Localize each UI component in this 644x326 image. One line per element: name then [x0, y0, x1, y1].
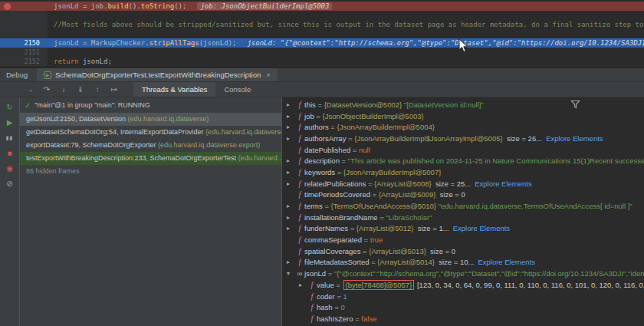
editor-line-breakpoint: jsonLd = job.build().toString();job: Jso… [0, 2, 644, 11]
field-icon: f [307, 303, 317, 311]
filter-icon[interactable] [570, 99, 580, 109]
breakpoint-icon[interactable] [4, 3, 11, 10]
var-row-timeperiodscovered[interactable]: ftimePeriodsCovered = {ArrayList@5009} s… [282, 189, 644, 201]
debugger-toolbar: → ↷ ↓ ⇓ ↑ ↦ Threads & Variables Console [0, 82, 644, 97]
resume-icon[interactable]: ▶ [7, 118, 13, 127]
field-icon: f [295, 112, 304, 120]
pause-icon[interactable]: ▮▮ [6, 133, 14, 142]
step-out-icon[interactable]: ↑ [90, 83, 104, 97]
var-row-keywords[interactable]: ▸fkeywords = {JsonArrayBuilderImpl@5007} [282, 166, 644, 178]
var-row-fundernames[interactable]: ▸ffunderNames = {ArrayList@5012} size = … [282, 223, 644, 235]
var-row-commaseparated[interactable]: fcommaSeparated = true [282, 234, 644, 245]
thread-status: "main"@1 in group "main": RUNNING [34, 101, 150, 109]
chevron-down-icon[interactable]: ▾ [287, 270, 295, 277]
var-row-job[interactable]: ▸fjob = {JsonObjectBuilderImpl@5003} [282, 110, 644, 122]
var-row-spatialcoverages[interactable]: fspatialCoverages = {ArrayList@5013} siz… [282, 245, 644, 257]
run-to-cursor-icon[interactable]: ↦ [107, 83, 121, 97]
field-icon: f [307, 281, 317, 289]
code-editor: jsonLd = job.build().toString();job: Jso… [0, 0, 644, 68]
field-icon: f [295, 235, 304, 244]
chevron-right-icon[interactable]: ▸ [287, 203, 295, 209]
field-icon: f [295, 213, 304, 222]
chevron-right-icon[interactable]: ▸ [287, 135, 295, 142]
thread-selector[interactable]: ✓ "main"@1 in group "main": RUNNING [20, 97, 281, 113]
chevron-right-icon[interactable]: ▸ [287, 180, 295, 187]
chevron-right-icon[interactable]: ▸ [287, 101, 295, 108]
var-row-value[interactable]: ▸fvalue = {byte[78488]@5057} [123, 0, 34… [282, 279, 644, 291]
field-icon: f [307, 292, 317, 301]
chevron-right-icon[interactable]: ▸ [287, 214, 295, 221]
field-icon: f [295, 179, 304, 188]
editor-line-comment: //Most fields above should be stripped/s… [0, 20, 644, 29]
var-row-installationbrandname[interactable]: ▸finstallationBrandName = "LibraScholar" [282, 212, 644, 223]
var-row-description[interactable]: ▸fdescription = "This article was publis… [282, 155, 644, 166]
var-row-authorsarray[interactable]: ▸fauthorsArray = {JsonArrayBuilderImpl$J… [282, 133, 644, 144]
chevron-right-icon[interactable]: ▸ [287, 225, 295, 232]
inline-debugger-hint: jsonLd: "{"@context":"http://schema.org"… [247, 39, 644, 47]
field-icon: f [295, 224, 304, 232]
line-number-current: 2150 [0, 38, 48, 48]
var-row-authors[interactable]: ▸fauthors = {JsonArrayBuilderImpl@5004} [282, 121, 644, 133]
var-row-hash[interactable]: fhash = 0 [282, 301, 644, 313]
editor-line-blank [0, 29, 644, 38]
stop-icon[interactable]: ■ [7, 149, 12, 157]
var-row-filemetadatassorted[interactable]: ▸ffileMetadatasSorted = {ArrayList@5014}… [282, 257, 644, 268]
watch-icon: ∞ [295, 269, 304, 278]
run-configuration-icon: ▶ [44, 71, 51, 79]
code-line[interactable]: jsonLd = MarkupChecker.stripAllTags(json… [48, 38, 644, 48]
debug-window-title: Debug [0, 68, 37, 81]
chevron-right-icon[interactable]: ▸ [299, 282, 307, 288]
var-row-hashiszero[interactable]: fhashIsZero = false [282, 313, 644, 324]
editor-line-execution: 2150 jsonLd = MarkupChecker.stripAllTags… [0, 38, 644, 48]
var-row-relatedpublications[interactable]: ▸frelatedPublications = {ArrayList@5008}… [282, 178, 644, 189]
debug-tool-window: Debug ▶ SchemaDotOrgExporterTest.testExp… [0, 68, 644, 326]
explore-elements-link[interactable]: Explore Elements [546, 134, 603, 143]
frame-row[interactable]: getDatasetSchemaDotOrg:54, InternalExpor… [20, 126, 281, 139]
var-row-coder[interactable]: fcoder = 1 [282, 291, 644, 302]
frames-panel: ✓ "main"@1 in group "main": RUNNING getJ… [20, 97, 282, 326]
tab-threads-variables[interactable]: Threads & Variables [133, 82, 215, 97]
editor-line-blank: 2151 [0, 48, 644, 57]
field-icon: f [295, 134, 304, 143]
chevron-right-icon[interactable]: ▸ [287, 123, 295, 130]
view-breakpoints-icon[interactable]: ◉ [6, 164, 13, 173]
field-icon: f [295, 258, 304, 266]
field-icon: f [295, 146, 304, 154]
rerun-icon[interactable]: ↻ [6, 103, 12, 111]
mute-breakpoints-icon[interactable]: ⊘ [6, 179, 12, 188]
code-line[interactable]: return jsonLd; [48, 57, 644, 66]
debug-session-tab[interactable]: ▶ SchemaDotOrgExporterTest.testExportWit… [37, 68, 278, 81]
chevron-right-icon[interactable]: ▸ [287, 169, 295, 176]
var-row-datepublished[interactable]: fdatePublished = null [282, 144, 644, 156]
editor-line-return: 2152return jsonLd; [0, 57, 644, 66]
debug-header: Debug ▶ SchemaDotOrgExporterTest.testExp… [0, 68, 644, 82]
explore-elements-link[interactable]: Explore Elements [453, 224, 510, 232]
force-step-into-icon[interactable]: ⇓ [74, 83, 87, 97]
chevron-right-icon[interactable]: ▸ [287, 113, 295, 120]
explore-elements-link[interactable]: Explore Elements [478, 258, 534, 266]
field-icon: f [295, 100, 304, 109]
step-into-icon[interactable]: ↓ [57, 83, 71, 97]
show-execution-point-icon[interactable]: → [23, 83, 37, 97]
field-icon: f [295, 156, 304, 165]
frame-row[interactable]: getJsonLd:2150, DatasetVersion (edu.harv… [20, 113, 281, 126]
frame-row[interactable]: exportDataset:79, SchemaDotOrgExporter (… [20, 139, 281, 152]
close-icon[interactable]: × [266, 71, 271, 79]
step-over-icon[interactable]: ↷ [40, 83, 54, 97]
line-number: 2151 [0, 48, 48, 57]
variables-panel: ▸fthis = {DatasetVersion@5002} "[Dataset… [282, 97, 644, 326]
field-icon: f [295, 190, 304, 199]
var-row-jsonld[interactable]: ▾∞jsonLd = "{"@context":"http://schema.o… [282, 268, 644, 279]
chevron-right-icon[interactable]: ▸ [287, 258, 295, 265]
code-comment: //Most fields above should be stripped/s… [54, 21, 644, 28]
field-icon: f [295, 123, 304, 131]
var-row-terms[interactable]: ▸fterms = {TermsOfUseAndAccess@5010} "ed… [282, 200, 644, 212]
chevron-right-icon[interactable]: ▸ [287, 157, 295, 164]
code-line[interactable]: jsonLd = job.build().toString();job: Jso… [48, 2, 644, 11]
var-row-this[interactable]: ▸fthis = {DatasetVersion@5002} "[Dataset… [282, 99, 644, 110]
session-tab-label: SchemaDotOrgExporterTest.testExportWithB… [55, 71, 261, 79]
explore-elements-link[interactable]: Explore Elements [475, 179, 531, 188]
tab-console[interactable]: Console [215, 82, 259, 97]
frame-row-test[interactable]: testExportWithBreakingDescription:233, S… [20, 152, 281, 165]
editor-gutter[interactable] [0, 2, 48, 11]
